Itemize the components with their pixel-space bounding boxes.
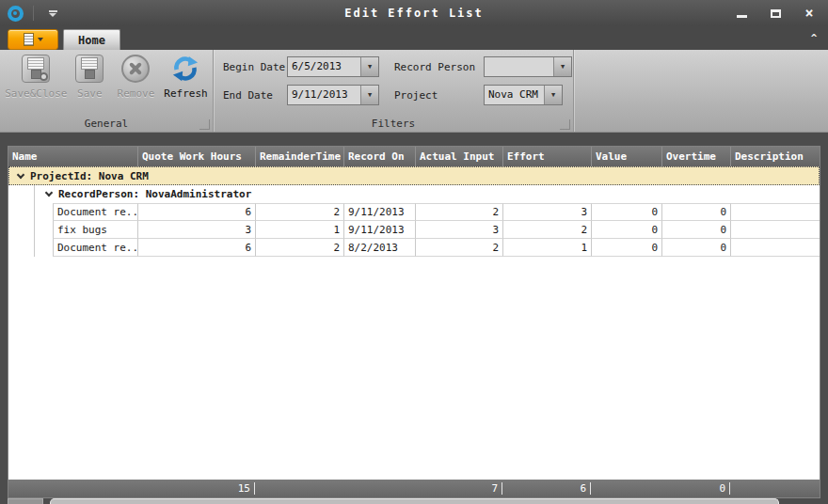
cell-record-on: 8/2/2013 (343, 239, 415, 257)
column-header-quote-work-hours[interactable]: Quote Work Hours (137, 147, 255, 166)
column-header-actual-input[interactable]: Actual Input (415, 147, 502, 166)
row-indent (34, 221, 53, 239)
end-date-value[interactable]: 9/11/2013 (288, 86, 360, 104)
record-person-field: Record Person ▼ (394, 56, 572, 77)
begin-date-value[interactable]: 6/5/2013 (288, 57, 360, 76)
cell-description (730, 203, 820, 221)
group-collapse-chevron-icon[interactable] (17, 170, 24, 178)
app-logo-icon[interactable] (8, 6, 24, 22)
cell-name: fix bugs (53, 221, 137, 239)
cell-remainder-time: 1 (255, 221, 343, 239)
column-header-value[interactable]: Value (591, 147, 661, 166)
cell-actual-input: 3 (415, 221, 502, 239)
column-header-name[interactable]: Name (8, 147, 137, 166)
window-title: Edit Effort List (0, 7, 828, 20)
row-indent (34, 239, 53, 257)
group-row-project[interactable]: ProjectId: Nova CRM (8, 166, 820, 185)
group-row-record-person-label: RecordPerson: NovaAdministrator (58, 188, 251, 200)
begin-date-dropdown-icon[interactable]: ▼ (360, 57, 378, 76)
scrollbar-thumb[interactable] (50, 498, 779, 504)
summary-overtime: 0 (661, 482, 730, 495)
title-bar: Edit Effort List × (0, 0, 828, 26)
titlebar-separator (33, 6, 34, 21)
cell-value: 0 (591, 203, 661, 221)
table-row[interactable]: Document re... 6 2 9/11/2013 2 3 0 0 (8, 203, 820, 221)
column-header-record-on[interactable]: Record On (343, 147, 415, 166)
app-menu-list-icon (24, 33, 34, 46)
cell-value: 0 (591, 221, 661, 239)
filters-dialog-launcher-icon[interactable] (560, 119, 570, 130)
cell-actual-input: 2 (415, 239, 502, 257)
record-person-dropdown-icon[interactable]: ▼ (553, 57, 571, 76)
cell-effort: 1 (502, 239, 591, 257)
group-collapse-chevron-icon[interactable] (45, 189, 53, 197)
row-indent (34, 203, 53, 221)
end-date-dropdown-icon[interactable]: ▼ (360, 86, 378, 104)
project-value[interactable]: Nova CRM (485, 86, 544, 104)
cell-remainder-time: 2 (255, 239, 343, 257)
minimize-icon (737, 15, 747, 18)
row-indent (8, 203, 34, 221)
tab-home[interactable]: Home (63, 29, 120, 50)
remove-icon (121, 55, 150, 83)
save-and-close-label: Save&Close (5, 87, 67, 100)
cell-overtime: 0 (661, 239, 730, 257)
end-date-combo[interactable]: 9/11/2013 ▼ (287, 85, 379, 105)
project-combo[interactable]: Nova CRM ▼ (484, 85, 563, 105)
application-menu-button[interactable] (8, 29, 58, 50)
cell-quote-work-hours: 3 (137, 221, 255, 239)
general-dialog-launcher-icon[interactable] (199, 119, 210, 130)
cell-record-on: 9/11/2013 (343, 221, 415, 239)
close-icon: × (804, 6, 813, 21)
column-header-overtime[interactable]: Overtime (661, 147, 730, 166)
project-dropdown-icon[interactable]: ▼ (544, 86, 562, 104)
ribbon-collapse-icon[interactable]: ^ (807, 31, 820, 44)
cell-record-on: 9/11/2013 (343, 203, 415, 221)
project-field: Project Nova CRM ▼ (394, 85, 572, 105)
effort-grid: Name Quote Work Hours RemainderTime Reco… (8, 146, 820, 498)
minimize-button[interactable] (734, 6, 749, 21)
cell-value: 0 (591, 239, 661, 257)
column-header-remainder-time[interactable]: RemainderTime (255, 147, 343, 166)
ribbon-group-general: Save&Close Save Remove Refresh (0, 50, 214, 132)
begin-date-combo[interactable]: 6/5/2013 ▼ (287, 56, 379, 77)
cell-quote-work-hours: 6 (137, 203, 255, 221)
app-menu-arrow-icon (38, 38, 43, 41)
record-person-value[interactable] (485, 57, 553, 76)
maximize-button[interactable] (768, 6, 783, 21)
qat-triangle (49, 13, 56, 17)
table-row[interactable]: fix bugs 3 1 9/11/2013 3 2 0 0 (8, 221, 820, 239)
filters-right-column: Record Person ▼ Project Nova CRM ▼ (394, 56, 572, 116)
save-button[interactable]: Save (69, 53, 111, 116)
column-header-description[interactable]: Description (730, 147, 820, 166)
begin-date-label: Begin Date (223, 61, 287, 73)
general-buttons: Save&Close Save Remove Refresh (0, 50, 213, 116)
window-buttons: × (734, 6, 820, 21)
close-button[interactable]: × (802, 6, 817, 21)
grid-summary-row: 15 7 6 0 (8, 480, 820, 497)
filters-fields: Begin Date 6/5/2013 ▼ End Date 9/11/2013… (214, 50, 573, 116)
ribbon: Save&Close Save Remove Refresh (0, 50, 828, 133)
cell-remainder-time: 2 (255, 203, 343, 221)
refresh-button[interactable]: Refresh (161, 53, 211, 116)
horizontal-scrollbar[interactable] (8, 498, 820, 504)
ribbon-tab-row: Home ^ (0, 26, 828, 50)
cell-quote-work-hours: 6 (137, 239, 255, 257)
ribbon-group-filters: Begin Date 6/5/2013 ▼ End Date 9/11/2013… (214, 50, 574, 132)
grid-header-row: Name Quote Work Hours RemainderTime Reco… (8, 147, 820, 166)
summary-actual-input: 7 (415, 482, 502, 495)
group-label-general: General (0, 116, 213, 132)
save-close-icon (22, 55, 50, 83)
column-header-effort[interactable]: Effort (502, 147, 591, 166)
save-label: Save (77, 87, 103, 100)
record-person-combo[interactable]: ▼ (484, 56, 572, 77)
remove-button[interactable]: Remove (111, 53, 161, 116)
save-and-close-button[interactable]: Save&Close (4, 53, 69, 116)
group-row-record-person[interactable]: RecordPerson: NovaAdministrator (34, 185, 820, 203)
scrollbar-corner (8, 498, 43, 504)
quick-access-dropdown-icon[interactable] (43, 5, 62, 22)
table-row[interactable]: Document re... 6 2 8/2/2013 2 1 0 0 (8, 239, 820, 257)
record-person-label: Record Person (394, 61, 484, 73)
maximize-icon (771, 9, 781, 18)
row-indent (8, 221, 34, 239)
